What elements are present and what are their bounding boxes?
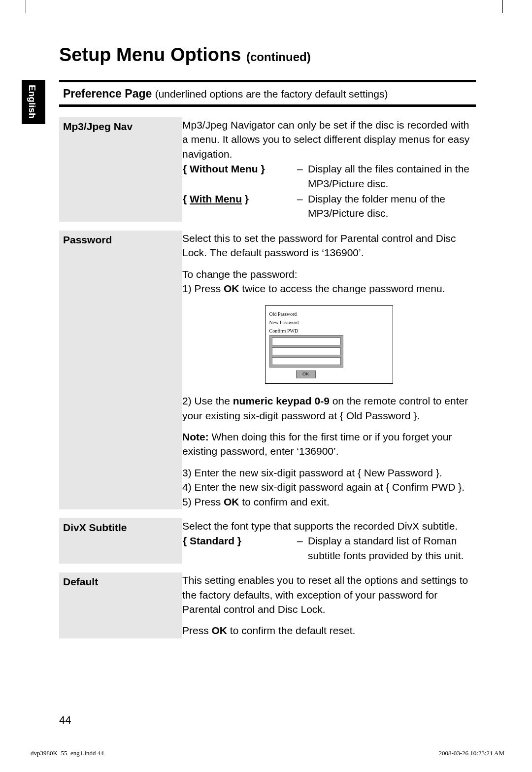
page-title: Setup Menu Options (continued) — [59, 44, 311, 66]
default-p2: Press OK to confirm the default reset. — [182, 623, 475, 638]
mp3-opt2-desc: Display the folder menu of the MP3/Pictu… — [307, 191, 475, 221]
pwd-ui-ok-button: OK — [296, 370, 316, 378]
section-rule-top — [59, 80, 476, 82]
footer-filename: dvp3980K_55_eng1.indd 44 — [31, 749, 104, 757]
row-password: Password Select this to set the password… — [59, 231, 476, 509]
pwd-ui-confirm: Confirm PWD — [269, 328, 299, 334]
dash: – — [297, 533, 307, 563]
dash: – — [297, 161, 307, 191]
desc-divx: Select the font type that supports the r… — [182, 518, 476, 564]
desc-default: This setting enables you to reset all th… — [182, 572, 476, 638]
password-step2: 2) Use the numeric keypad 0-9 on the rem… — [182, 394, 475, 423]
dash: – — [297, 191, 307, 221]
label-default: Default — [59, 572, 182, 638]
pwd-ui-old-field — [272, 337, 341, 345]
section-rule-bottom — [59, 104, 476, 107]
default-p1: This setting enables you to reset all th… — [182, 573, 475, 616]
page-title-main: Setup Menu Options — [59, 44, 241, 65]
pwd-ui-old: Old Password — [269, 311, 297, 317]
divx-opt-desc: Display a standard list of Roman subtitl… — [307, 533, 475, 563]
mp3-intro: Mp3/Jpeg Navigator can only be set if th… — [182, 118, 475, 161]
section-header-paren: (underlined options are the factory defa… — [155, 88, 388, 100]
divx-options: { Standard } – Display a standard list o… — [182, 533, 475, 563]
label-mp3jpeg: Mp3/Jpeg Nav — [59, 117, 182, 222]
mp3-options: { Without Menu } – Display all the files… — [182, 161, 475, 221]
password-step3: 3) Enter the new six-digit password at {… — [182, 466, 475, 480]
password-step1: 1) Press OK twice to access the change p… — [182, 281, 475, 296]
password-p1: Select this to set the password for Pare… — [182, 231, 475, 260]
password-p2: To change the password: — [182, 267, 475, 281]
password-dialog-mock: Old Password New Password Confirm PWD OK — [265, 305, 393, 384]
content-area: Mp3/Jpeg Nav Mp3/Jpeg Navigator can only… — [59, 108, 476, 638]
label-divx: DivX Subtitle — [59, 518, 182, 564]
mp3-opt1-label: { Without Menu } — [182, 161, 297, 191]
password-note: Note: When doing this for the first time… — [182, 430, 475, 459]
label-password: Password — [59, 231, 182, 509]
manual-page: Setup Menu Options (continued) English P… — [0, 0, 532, 772]
section-header-main: Preference Page — [63, 87, 152, 100]
row-divx: DivX Subtitle Select the font type that … — [59, 518, 476, 564]
row-default: Default This setting enables you to rese… — [59, 572, 476, 638]
page-number: 44 — [59, 714, 71, 727]
divx-intro: Select the font type that supports the r… — [182, 519, 475, 533]
mp3-opt2-label: { With Menu } — [182, 191, 297, 221]
password-step5: 5) Press OK to confirm and exit. — [182, 495, 475, 509]
mp3-opt1-desc: Display all the files contained in the M… — [307, 161, 475, 191]
pwd-ui-new-field — [272, 347, 341, 355]
language-tab: English — [22, 80, 45, 124]
pwd-ui-confirm-field — [272, 357, 341, 365]
crop-mark — [502, 0, 503, 13]
divx-opt-label: { Standard } — [182, 533, 297, 563]
section-header: Preference Page (underlined options are … — [63, 87, 388, 101]
desc-password: Select this to set the password for Pare… — [182, 231, 476, 509]
footer-timestamp: 2008-03-26 10:23:21 AM — [438, 749, 504, 757]
language-tab-label: English — [27, 85, 37, 119]
desc-mp3jpeg: Mp3/Jpeg Navigator can only be set if th… — [182, 117, 476, 222]
page-title-continued: (continued) — [246, 50, 311, 64]
pwd-ui-new: New Password — [269, 320, 299, 325]
crop-mark — [26, 0, 26, 13]
row-mp3jpeg: Mp3/Jpeg Nav Mp3/Jpeg Navigator can only… — [59, 117, 476, 222]
password-step4: 4) Enter the new six-digit password agai… — [182, 480, 475, 494]
